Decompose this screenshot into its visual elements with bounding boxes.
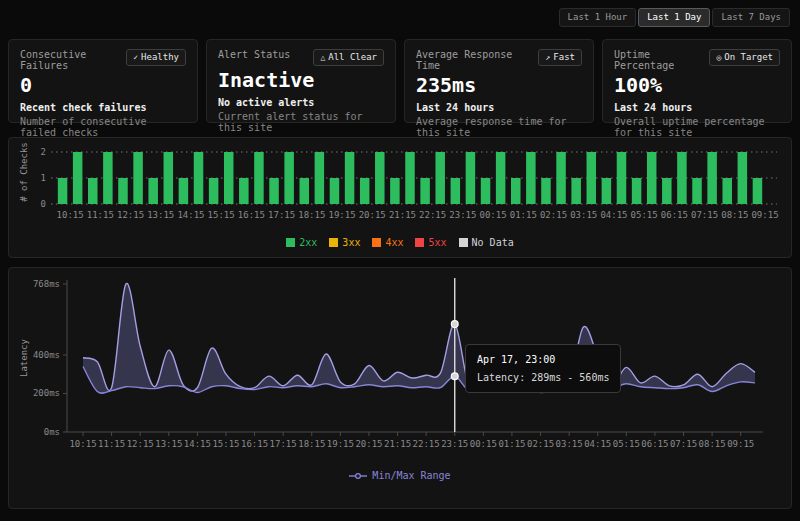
bar[interactable] — [647, 152, 657, 204]
legend-swatch — [286, 238, 295, 247]
bar[interactable] — [617, 152, 627, 204]
bar[interactable] — [587, 152, 597, 204]
svg-text:05:15: 05:15 — [613, 439, 640, 449]
card-title: Average Response Time — [416, 49, 538, 71]
svg-text:16:15: 16:15 — [241, 439, 268, 449]
svg-text:19:15: 19:15 — [327, 439, 354, 449]
time-range-selector: Last 1 Hour Last 1 Day Last 7 Days — [559, 8, 790, 27]
bar[interactable] — [526, 152, 536, 204]
x-tick-label: 11:15 — [87, 210, 114, 220]
status-badge-fast: ↗Fast — [538, 49, 582, 66]
bar[interactable] — [345, 152, 355, 204]
bar[interactable] — [103, 152, 113, 204]
x-tick-label: 10:15 — [57, 210, 84, 220]
bar[interactable] — [58, 178, 68, 204]
x-tick-label: 18:15 — [298, 210, 325, 220]
card-consecutive-failures: Consecutive Failures ✓Healthy 0 Recent c… — [8, 39, 198, 123]
card-subtitle: Recent check failures — [20, 102, 186, 113]
x-tick-label: 04:15 — [600, 210, 627, 220]
card-uptime-percentage: Uptime Percentage ◎On Target 100% Last 2… — [602, 39, 792, 123]
bar[interactable] — [662, 178, 672, 204]
svg-text:15:15: 15:15 — [212, 439, 239, 449]
legend-swatch — [459, 238, 468, 247]
minmax-legend-icon — [349, 472, 367, 480]
svg-text:04:15: 04:15 — [584, 439, 611, 449]
card-description: Current alert status for this site — [218, 111, 384, 133]
chart-tooltip: Apr 17, 23:00 Latency: 289ms - 560ms — [465, 344, 621, 393]
legend-item-5xx: 5xx — [415, 237, 446, 248]
bar[interactable] — [179, 178, 189, 204]
svg-text:10:15: 10:15 — [69, 439, 96, 449]
bar[interactable] — [73, 152, 83, 204]
active-point-dot — [451, 373, 458, 380]
bar[interactable] — [496, 152, 506, 204]
time-range-last-7-days[interactable]: Last 7 Days — [712, 8, 790, 27]
svg-text:17:15: 17:15 — [270, 439, 297, 449]
bar[interactable] — [511, 178, 521, 204]
svg-text:14:15: 14:15 — [184, 439, 211, 449]
bar[interactable] — [375, 152, 385, 204]
bar[interactable] — [118, 178, 128, 204]
legend-swatch — [372, 238, 381, 247]
bar[interactable] — [632, 178, 642, 204]
legend-item-2xx: 2xx — [286, 237, 317, 248]
bar[interactable] — [88, 178, 98, 204]
svg-text:2: 2 — [41, 147, 46, 157]
card-value: Inactive — [218, 70, 384, 90]
svg-text:18:15: 18:15 — [298, 439, 325, 449]
bar[interactable] — [224, 152, 234, 204]
svg-text:22:15: 22:15 — [413, 439, 440, 449]
legend-label: 5xx — [428, 237, 446, 248]
svg-text:21:15: 21:15 — [384, 439, 411, 449]
bar[interactable] — [164, 152, 174, 204]
time-range-last-1-hour[interactable]: Last 1 Hour — [559, 8, 637, 27]
bar[interactable] — [738, 152, 748, 204]
bar[interactable] — [435, 152, 445, 204]
svg-text:08:15: 08:15 — [699, 439, 726, 449]
svg-text:768ms: 768ms — [33, 279, 60, 289]
x-tick-label: 00:15 — [480, 210, 507, 220]
bar[interactable] — [300, 178, 310, 204]
x-tick-label: 09:15 — [751, 210, 778, 220]
bar[interactable] — [481, 178, 491, 204]
time-range-last-1-day[interactable]: Last 1 Day — [638, 8, 710, 27]
legend-item-no-data: No Data — [459, 237, 514, 248]
bar[interactable] — [148, 178, 158, 204]
svg-text:0ms: 0ms — [44, 427, 60, 437]
bar[interactable] — [209, 178, 219, 204]
bar[interactable] — [677, 152, 687, 204]
x-tick-label: 05:15 — [631, 210, 658, 220]
bar[interactable] — [254, 152, 263, 204]
bar[interactable] — [602, 178, 612, 204]
bar[interactable] — [466, 152, 476, 204]
bar[interactable] — [722, 178, 732, 204]
checks-chart-svg[interactable]: 01210:1511:1512:1513:1514:1515:1516:1517… — [23, 144, 791, 236]
bar[interactable] — [194, 152, 204, 204]
bar[interactable] — [692, 178, 702, 204]
x-tick-label: 03:15 — [570, 210, 597, 220]
bar[interactable] — [390, 178, 400, 204]
card-description: Overall uptime percentage for this site — [614, 116, 780, 138]
svg-text:09:15: 09:15 — [727, 439, 754, 449]
card-description: Number of consecutive failed checks — [20, 116, 186, 138]
latency-chart-svg[interactable]: 0ms200ms400ms768ms10:1511:1512:1513:1514… — [15, 274, 787, 466]
checks-chart-panel: # of Checks 01210:1511:1512:1513:1514:15… — [8, 137, 792, 258]
check-circle-icon: ✓ — [133, 53, 138, 62]
bell-icon: △ — [320, 53, 325, 62]
bar[interactable] — [133, 152, 143, 204]
bar[interactable] — [405, 152, 415, 204]
bar[interactable] — [753, 178, 763, 204]
bar[interactable] — [315, 152, 325, 204]
bar[interactable] — [269, 178, 279, 204]
bar[interactable] — [707, 152, 717, 204]
bar[interactable] — [330, 178, 340, 204]
x-tick-label: 08:15 — [721, 210, 748, 220]
bar[interactable] — [420, 178, 430, 204]
bar[interactable] — [360, 178, 370, 204]
bar[interactable] — [239, 178, 249, 204]
bar[interactable] — [451, 178, 461, 204]
bar[interactable] — [571, 178, 581, 204]
bar[interactable] — [541, 178, 551, 204]
bar[interactable] — [284, 152, 294, 204]
bar[interactable] — [556, 152, 566, 204]
